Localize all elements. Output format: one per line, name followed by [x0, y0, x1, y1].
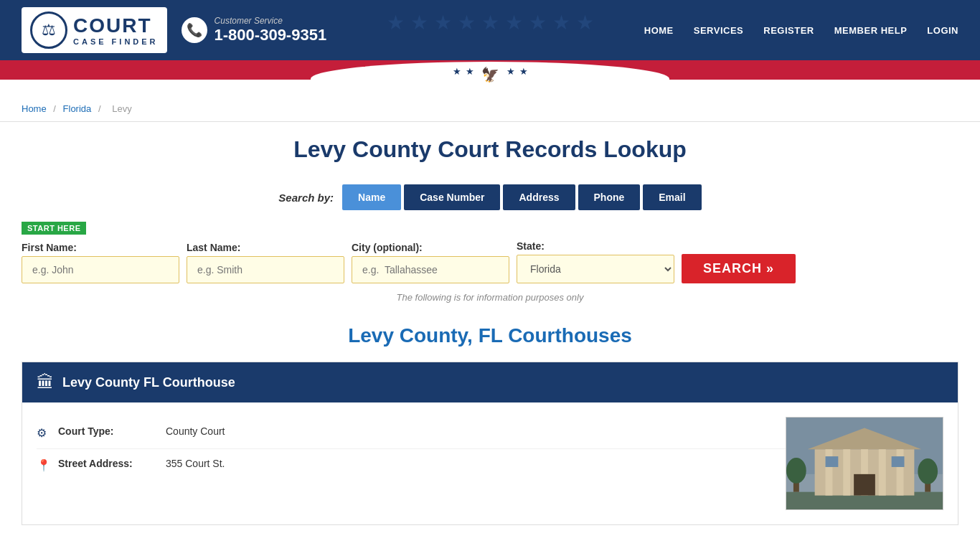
street-address-row: 📍 Street Address: 355 Court St.	[37, 449, 786, 481]
wave-shape: ★ ★ 🦅 ★ ★	[311, 62, 669, 96]
search-by-row: Search by: Name Case Number Address Phon…	[22, 184, 958, 210]
header-left: ⚖ COURT CASE FINDER 📞 Customer Service 1…	[22, 7, 326, 53]
customer-service-label: Customer Service	[215, 16, 327, 26]
tab-email[interactable]: Email	[643, 184, 701, 210]
nav-register[interactable]: REGISTER	[763, 25, 814, 36]
start-here-badge: START HERE	[22, 222, 86, 235]
wave-banner: ★★ ★ ★ ★ 🦅 ★ ★	[0, 60, 980, 96]
customer-service: 📞 Customer Service 1-800-309-9351	[182, 16, 327, 44]
svg-rect-8	[879, 449, 886, 495]
svg-rect-10	[854, 474, 875, 496]
courthouse-image	[786, 417, 943, 510]
courthouse-card: 🏛 Levy County FL Courthouse ⚙ Court Type…	[22, 362, 958, 525]
logo-text: COURT CASE FINDER	[73, 14, 159, 46]
svg-rect-6	[843, 449, 850, 495]
breadcrumb-florida[interactable]: Florida	[63, 103, 92, 114]
breadcrumb: Home / Florida / Levy	[0, 96, 980, 122]
courthouse-title[interactable]: Levy County FL Courthouse	[62, 375, 235, 390]
nav-login[interactable]: LOGIN	[927, 25, 958, 36]
main-nav: HOME SERVICES REGISTER MEMBER HELP LOGIN	[644, 25, 958, 36]
court-type-value: County Court	[166, 425, 225, 437]
logo-case-text: CASE FINDER	[73, 37, 159, 46]
courthouses-title: Levy County, FL Courthouses	[22, 324, 958, 347]
city-group: City (optional):	[352, 242, 509, 283]
breadcrumb-current: Levy	[112, 103, 131, 114]
site-header: ★ ★ ★ ★ ★ ★ ★ ★ ★ ⚖ COURT CASE FINDER 📞 …	[0, 0, 980, 60]
info-note: The following is for information purpose…	[22, 292, 958, 303]
last-name-group: Last Name:	[187, 242, 344, 283]
courthouse-icon: 🏛	[37, 372, 54, 392]
tab-address[interactable]: Address	[503, 184, 575, 210]
search-form: First Name: Last Name: City (optional): …	[22, 240, 958, 283]
first-name-group: First Name:	[22, 242, 179, 283]
svg-rect-9	[897, 449, 904, 495]
breadcrumb-sep1: /	[53, 103, 56, 114]
svg-rect-11	[826, 456, 839, 467]
nav-services[interactable]: SERVICES	[694, 25, 744, 36]
nav-member-help[interactable]: MEMBER HELP	[834, 25, 908, 36]
court-type-icon: ⚙	[37, 426, 51, 440]
courthouse-details: ⚙ Court Type: County Court 📍 Street Addr…	[37, 417, 786, 510]
svg-rect-12	[892, 456, 905, 467]
nav-home[interactable]: HOME	[644, 25, 674, 36]
courthouse-body: ⚙ Court Type: County Court 📍 Street Addr…	[22, 402, 958, 524]
first-name-input[interactable]	[22, 256, 179, 283]
logo-court-text: COURT	[73, 14, 159, 37]
court-type-row: ⚙ Court Type: County Court	[37, 417, 786, 449]
court-type-label: Court Type:	[58, 425, 159, 437]
svg-rect-5	[826, 449, 833, 495]
breadcrumb-sep2: /	[98, 103, 101, 114]
state-group: State: Florida Alabama Georgia Mississip…	[517, 240, 674, 283]
logo[interactable]: ⚖ COURT CASE FINDER	[22, 7, 167, 53]
first-name-label: First Name:	[22, 242, 179, 253]
city-input[interactable]	[352, 256, 509, 283]
svg-point-16	[918, 458, 938, 484]
phone-info: Customer Service 1-800-309-9351	[215, 16, 327, 44]
courthouse-header: 🏛 Levy County FL Courthouse	[22, 362, 958, 402]
main-content: Levy County Court Records Lookup Search …	[0, 122, 980, 540]
tab-case-number[interactable]: Case Number	[404, 184, 500, 210]
breadcrumb-home[interactable]: Home	[22, 103, 47, 114]
search-button[interactable]: SEARCH »	[682, 254, 796, 283]
search-by-label: Search by:	[278, 192, 334, 204]
street-address-value: 355 Court St.	[166, 458, 225, 469]
phone-icon: 📞	[182, 17, 207, 43]
street-address-label: Street Address:	[58, 458, 159, 469]
tab-name[interactable]: Name	[342, 184, 401, 210]
tab-phone[interactable]: Phone	[578, 184, 641, 210]
phone-number: 1-800-309-9351	[215, 26, 327, 44]
state-label: State:	[517, 240, 674, 252]
last-name-input[interactable]	[187, 256, 344, 283]
logo-emblem: ⚖	[30, 11, 67, 49]
city-label: City (optional):	[352, 242, 509, 253]
state-select[interactable]: Florida Alabama Georgia Mississippi Othe…	[517, 255, 674, 283]
location-icon: 📍	[37, 458, 51, 472]
svg-point-14	[786, 458, 806, 484]
last-name-label: Last Name:	[187, 242, 344, 253]
page-title: Levy County Court Records Lookup	[22, 136, 958, 163]
header-stars: ★ ★ ★ ★ ★ ★ ★ ★ ★	[387, 11, 594, 34]
